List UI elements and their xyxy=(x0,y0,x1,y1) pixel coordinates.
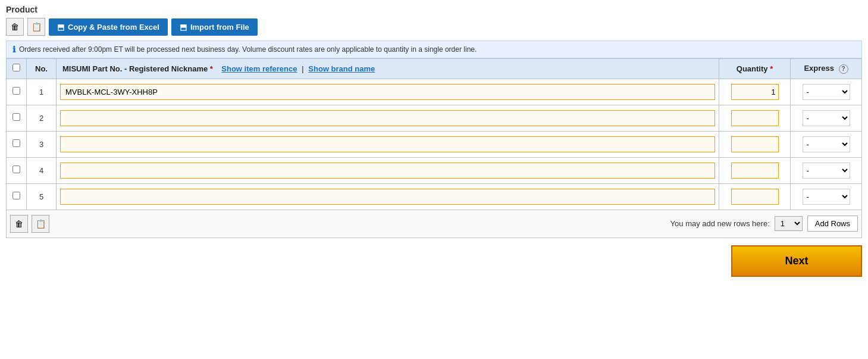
part-input-4[interactable] xyxy=(60,163,715,179)
part-input-1[interactable] xyxy=(60,84,715,100)
table-row: 1-YesNo xyxy=(7,79,862,105)
qty-input-5[interactable] xyxy=(731,189,779,205)
header-checkbox-cell xyxy=(7,59,27,79)
row-part-5 xyxy=(57,183,719,210)
rows-count-select[interactable]: 1234510 xyxy=(775,216,803,231)
row-express-5: -YesNo xyxy=(791,183,862,210)
row-checkbox-3[interactable] xyxy=(12,139,20,147)
copy-button[interactable]: 📋 xyxy=(27,18,45,36)
qty-required: * xyxy=(770,64,773,73)
qty-input-1[interactable] xyxy=(731,84,779,100)
row-part-3 xyxy=(57,131,719,157)
table-row: 5-YesNo xyxy=(7,183,862,210)
qty-input-3[interactable] xyxy=(731,136,779,152)
header-express: Express ? xyxy=(791,59,862,79)
row-no-5: 5 xyxy=(27,183,57,210)
row-checkbox-5[interactable] xyxy=(12,192,20,199)
add-rows-label: You may add new rows here: xyxy=(670,219,770,228)
toolbar: 🗑 📋 ⬒ Copy & Paste from Excel ⬒ Import f… xyxy=(6,18,862,36)
info-icon: ℹ xyxy=(12,45,15,54)
footer-copy-button[interactable]: 📋 xyxy=(32,215,49,233)
table-header-row: No. MISUMI Part No. - Registered Nicknam… xyxy=(7,59,862,79)
footer-right: You may add new rows here: 1234510 Add R… xyxy=(670,216,858,232)
row-part-2 xyxy=(57,105,719,131)
row-part-4 xyxy=(57,157,719,183)
row-no-4: 4 xyxy=(27,157,57,183)
row-qty-4 xyxy=(719,157,791,183)
import-label: Import from File xyxy=(190,23,249,32)
qty-input-4[interactable] xyxy=(731,163,779,179)
pipe-separator: | xyxy=(302,64,306,73)
row-express-2: -YesNo xyxy=(791,105,862,131)
part-input-5[interactable] xyxy=(60,189,715,205)
table-row: 3-YesNo xyxy=(7,131,862,157)
express-select-1[interactable]: -YesNo xyxy=(803,84,850,100)
show-item-reference-link[interactable]: Show item reference xyxy=(221,64,297,73)
select-all-checkbox[interactable] xyxy=(12,64,20,71)
row-checkbox-1[interactable] xyxy=(12,87,20,95)
header-no: No. xyxy=(27,59,57,79)
header-part-required: * xyxy=(210,64,213,73)
copy-paste-icon: ⬒ xyxy=(57,23,64,32)
express-label: Express xyxy=(804,64,834,73)
import-icon: ⬒ xyxy=(180,23,187,32)
part-input-2[interactable] xyxy=(60,110,715,126)
header-quantity: Quantity * xyxy=(719,59,791,79)
row-checkbox-2[interactable] xyxy=(12,113,20,121)
next-area: Next xyxy=(6,245,862,277)
row-qty-3 xyxy=(719,131,791,157)
part-input-3[interactable] xyxy=(60,136,715,152)
row-no-1: 1 xyxy=(27,79,57,105)
row-qty-1 xyxy=(719,79,791,105)
row-part-1 xyxy=(57,79,719,105)
footer-bar: 🗑 📋 You may add new rows here: 1234510 A… xyxy=(6,210,862,238)
footer-delete-button[interactable]: 🗑 xyxy=(10,215,28,233)
row-no-2: 2 xyxy=(27,105,57,131)
product-table: No. MISUMI Part No. - Registered Nicknam… xyxy=(6,58,862,210)
copy-paste-excel-button[interactable]: ⬒ Copy & Paste from Excel xyxy=(49,18,168,36)
express-select-3[interactable]: -YesNo xyxy=(803,136,850,152)
delete-button[interactable]: 🗑 xyxy=(6,18,24,36)
product-label: Product xyxy=(6,5,862,14)
show-brand-name-link[interactable]: Show brand name xyxy=(308,64,375,73)
copy-paste-label: Copy & Paste from Excel xyxy=(68,23,159,32)
row-qty-5 xyxy=(719,183,791,210)
table-body: 1-YesNo2-YesNo3-YesNo4-YesNo5-YesNo xyxy=(7,79,862,210)
page-wrapper: Product 🗑 📋 ⬒ Copy & Paste from Excel ⬒ … xyxy=(0,0,868,282)
express-help-icon[interactable]: ? xyxy=(839,64,848,74)
add-rows-button[interactable]: Add Rows xyxy=(807,216,858,232)
qty-input-2[interactable] xyxy=(731,110,779,126)
import-from-file-button[interactable]: ⬒ Import from File xyxy=(171,18,258,36)
table-row: 2-YesNo xyxy=(7,105,862,131)
row-checkbox-4[interactable] xyxy=(12,166,20,173)
express-select-4[interactable]: -YesNo xyxy=(803,163,850,179)
table-row: 4-YesNo xyxy=(7,157,862,183)
info-bar: ℹ Orders received after 9:00pm ET will b… xyxy=(6,40,862,58)
express-select-2[interactable]: -YesNo xyxy=(803,110,850,126)
next-button[interactable]: Next xyxy=(731,245,862,277)
row-express-1: -YesNo xyxy=(791,79,862,105)
express-select-5[interactable]: -YesNo xyxy=(803,189,850,205)
row-express-4: -YesNo xyxy=(791,157,862,183)
header-part-label: MISUMI Part No. - Registered Nickname xyxy=(62,64,210,73)
qty-label: Quantity xyxy=(737,64,768,73)
footer-left-icons: 🗑 📋 xyxy=(10,215,49,233)
header-part-no: MISUMI Part No. - Registered Nickname * … xyxy=(57,59,719,79)
info-message: Orders received after 9:00pm ET will be … xyxy=(19,45,477,54)
row-no-3: 3 xyxy=(27,131,57,157)
row-express-3: -YesNo xyxy=(791,131,862,157)
row-qty-2 xyxy=(719,105,791,131)
